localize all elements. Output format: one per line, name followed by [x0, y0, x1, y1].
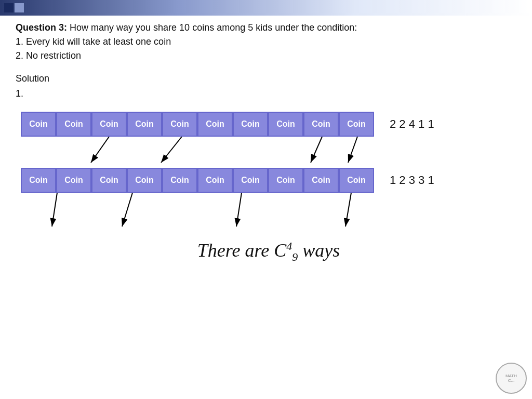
coin-2-1: Coin	[21, 168, 56, 193]
svg-line-0	[91, 137, 109, 163]
point1: 1.	[16, 88, 23, 99]
watermark-text: MATHC...	[506, 374, 517, 383]
question-label: Question 3:	[16, 22, 67, 33]
formula-suffix: ways	[298, 240, 340, 261]
square-mid	[15, 3, 24, 12]
square-dark	[4, 3, 14, 12]
combo-label-1: 2 2 4 1 1	[390, 117, 434, 131]
row1-wrapper: Coin Coin Coin Coin Coin Coin Coin Coin …	[21, 112, 516, 137]
combo-label-2: 1 2 3 3 1	[390, 174, 434, 187]
svg-line-2	[311, 137, 322, 163]
formula-superscript: 4	[286, 240, 292, 252]
coin-2-6: Coin	[197, 168, 233, 193]
arrows-row1	[21, 137, 400, 168]
coin-1-6: Coin	[197, 112, 233, 137]
header-bar	[0, 0, 532, 16]
question-text: How many way you share 10 coins among 5 …	[67, 22, 357, 33]
svg-line-5	[52, 193, 57, 227]
coin-2-9: Coin	[303, 168, 339, 193]
formula-subscript: 9	[292, 250, 298, 263]
coin-2-4: Coin	[127, 168, 162, 193]
coin-1-5: Coin	[162, 112, 197, 137]
formula-text: There are C	[197, 240, 286, 261]
diagram-area: Coin Coin Coin Coin Coin Coin Coin Coin …	[21, 112, 516, 264]
solution-block: Solution 1.	[16, 71, 516, 101]
condition2: 2. No restriction	[16, 50, 81, 61]
arrows-row2	[21, 193, 400, 234]
condition1: 1. Every kid will take at least one coin	[16, 36, 171, 47]
coin-2-3: Coin	[91, 168, 127, 193]
coin-row-1: Coin Coin Coin Coin Coin Coin Coin Coin …	[21, 112, 374, 137]
coin-1-1: Coin	[21, 112, 56, 137]
svg-line-1	[161, 137, 182, 163]
coin-1-10: Coin	[339, 112, 374, 137]
coin-1-9: Coin	[303, 112, 339, 137]
svg-line-7	[236, 193, 242, 227]
header-decoration	[4, 3, 24, 12]
solution-label: Solution	[16, 73, 49, 84]
coin-2-5: Coin	[162, 168, 197, 193]
question-block: Question 3: How many way you share 10 co…	[16, 21, 516, 63]
main-content: Question 3: How many way you share 10 co…	[16, 21, 516, 264]
coin-1-3: Coin	[91, 112, 127, 137]
watermark: MATHC...	[496, 363, 527, 394]
coin-1-4: Coin	[127, 112, 162, 137]
svg-line-3	[348, 137, 357, 163]
coin-2-8: Coin	[268, 168, 303, 193]
coin-2-7: Coin	[233, 168, 268, 193]
formula: There are C49 ways	[21, 240, 516, 264]
coin-1-8: Coin	[268, 112, 303, 137]
svg-line-6	[122, 193, 132, 227]
coin-1-2: Coin	[56, 112, 91, 137]
coin-2-2: Coin	[56, 168, 91, 193]
coin-1-7: Coin	[233, 112, 268, 137]
coin-2-10: Coin	[339, 168, 374, 193]
row2-wrapper: Coin Coin Coin Coin Coin Coin Coin Coin …	[21, 168, 516, 193]
coin-row-2: Coin Coin Coin Coin Coin Coin Coin Coin …	[21, 168, 374, 193]
svg-line-8	[345, 193, 351, 227]
